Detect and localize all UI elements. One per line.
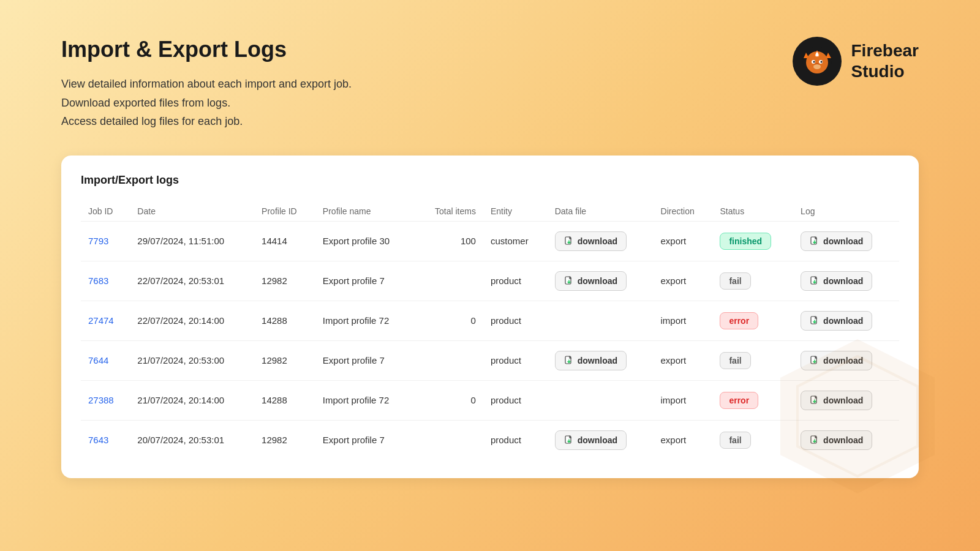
log-download-button[interactable]: download [801,231,872,251]
cell-log: download [793,340,899,380]
logo-text-line1: Firebear [851,40,919,61]
cell-entity: product [483,301,548,340]
cell-data-file: download [548,261,654,301]
cell-profile-id: 14288 [254,301,315,340]
svg-point-11 [813,64,821,69]
cell-total-items [415,340,483,380]
col-header-entity: Entity [483,201,548,222]
job-id-link[interactable]: 27474 [88,315,114,326]
col-header-data-file: Data file [548,201,654,222]
job-id-link[interactable]: 7793 [88,236,108,246]
description-line-3: Access detailed log files for each job. [61,112,352,131]
cell-direction: export [654,221,713,261]
download-label: download [823,356,863,365]
status-badge: error [720,312,758,329]
cell-status: finished [712,221,793,261]
col-header-profile-id: Profile ID [254,201,315,222]
col-header-profile-name: Profile name [315,201,415,222]
download-icon [810,316,820,326]
data-file-download-button[interactable]: download [555,271,627,291]
col-header-status: Status [712,201,793,222]
cell-direction: import [654,380,713,420]
cell-entity: product [483,420,548,460]
cell-entity: product [483,380,548,420]
cell-total-items: 0 [415,380,483,420]
cell-date: 22/07/2024, 20:14:00 [130,301,254,340]
col-header-total-items: Total items [415,201,483,222]
cell-profile-id: 14288 [254,380,315,420]
data-file-download-button[interactable]: download [555,231,627,251]
data-file-download-button[interactable]: download [555,351,627,370]
logo-text-line2: Studio [851,61,919,82]
header: Import & Export Logs View detailed infor… [61,37,919,131]
svg-point-10 [820,61,822,63]
cell-profile-name: Import profile 72 [315,301,415,340]
log-download-button[interactable]: download [801,351,872,370]
download-icon [564,435,574,445]
download-icon [564,236,574,246]
cell-data-file: download [548,340,654,380]
cell-log: download [793,420,899,460]
cell-profile-id: 12982 [254,420,315,460]
cell-profile-name: Export profile 7 [315,340,415,380]
logo-text: Firebear Studio [851,40,919,81]
cell-entity: product [483,261,548,301]
cell-direction: import [654,301,713,340]
table-row: 2747422/07/2024, 20:14:0014288Import pro… [81,301,899,340]
cell-profile-name: Import profile 72 [315,380,415,420]
table-card: Import/Export logs Job ID Date Profile I… [61,156,919,478]
table-row: 2738821/07/2024, 20:14:0014288Import pro… [81,380,899,420]
cell-profile-name: Export profile 30 [315,221,415,261]
header-left: Import & Export Logs View detailed infor… [61,37,352,131]
status-badge: finished [720,233,771,250]
cell-total-items: 0 [415,301,483,340]
cell-date: 22/07/2024, 20:53:01 [130,261,254,301]
col-header-date: Date [130,201,254,222]
cell-log: download [793,301,899,340]
data-file-download-button[interactable]: download [555,430,627,450]
cell-date: 21/07/2024, 20:53:00 [130,340,254,380]
status-badge: fail [720,432,750,449]
cell-log: download [793,380,899,420]
cell-direction: export [654,261,713,301]
job-id-link[interactable]: 7683 [88,276,108,286]
cell-log: download [793,261,899,301]
download-icon [810,435,820,445]
cell-data-file [548,301,654,340]
page-title: Import & Export Logs [61,37,352,62]
job-id-link[interactable]: 7643 [88,435,108,445]
download-icon [810,356,820,365]
cell-date: 21/07/2024, 20:14:00 [130,380,254,420]
cell-total-items [415,420,483,460]
description-line-1: View detailed information about each imp… [61,75,352,94]
download-label: download [823,316,863,326]
cell-profile-id: 12982 [254,261,315,301]
cell-profile-name: Export profile 7 [315,420,415,460]
table-row: 764320/07/2024, 20:53:0112982Export prof… [81,420,899,460]
logo-area: Firebear Studio [793,37,919,86]
log-download-button[interactable]: download [801,430,872,450]
cell-log: download [793,221,899,261]
status-badge: fail [720,352,750,369]
col-header-direction: Direction [654,201,713,222]
cell-status: fail [712,420,793,460]
job-id-link[interactable]: 27388 [88,395,114,405]
cell-date: 29/07/2024, 11:51:00 [130,221,254,261]
log-download-button[interactable]: download [801,311,872,331]
download-icon [810,395,820,405]
download-label: download [578,236,617,246]
log-download-button[interactable]: download [801,391,872,410]
cell-entity: product [483,340,548,380]
table-header-row: Job ID Date Profile ID Profile name Tota… [81,201,899,222]
cell-date: 20/07/2024, 20:53:01 [130,420,254,460]
table-section-title: Import/Export logs [81,174,899,187]
cell-data-file: download [548,420,654,460]
download-label: download [823,236,863,246]
cell-direction: export [654,420,713,460]
cell-status: error [712,301,793,340]
status-badge: fail [720,272,750,290]
download-label: download [823,276,863,286]
job-id-link[interactable]: 7644 [88,355,108,365]
page-description: View detailed information about each imp… [61,75,352,131]
log-download-button[interactable]: download [801,271,872,291]
